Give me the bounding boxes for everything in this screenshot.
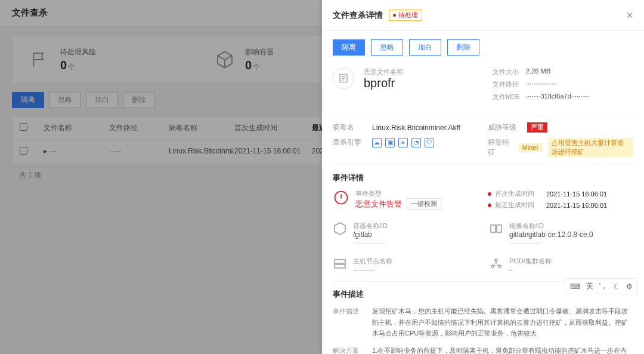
file-md5: ········318cf6a7d·········· [526,93,589,101]
detect-button[interactable]: 一键检测 [407,198,441,210]
file-size: 2.26 MB [526,67,550,76]
alert-icon [333,189,349,206]
svg-point-7 [491,265,494,267]
engine-icon: ≡ [398,138,408,147]
threat-level: 严重 [527,122,547,133]
status-badge: 待处理 [389,10,422,21]
image-icon [489,221,503,236]
ignore-button[interactable]: 忽略 [371,39,403,56]
dot-icon [488,192,491,196]
container-icon [333,221,347,236]
tag-desc: 占用受害主机大量计算资源进行挖矿 [548,138,633,157]
panel-title: 文件查杀详情 [333,10,383,21]
punct-toggle[interactable]: '， [599,281,608,291]
pod-name: - [509,266,552,274]
engine-icon: ▣ [385,138,395,147]
image-name: gitlab/gitlab-ce:12.0.8-ce.0 [509,230,593,239]
ime-toolbar[interactable]: ⌨ 英 '， ☾ ⚙ [565,278,638,294]
event-section-title: 事件详情 [333,173,633,183]
whitelist-button[interactable]: 加白 [409,39,441,56]
svg-rect-2 [491,225,496,232]
scan-engines: ☁ ▣ ≡ ◔ ⛉ [372,138,434,147]
virus-name: Linux.Risk.Bitcoinminer.Akff [372,124,460,132]
host-name: ··········· [353,266,392,274]
svg-point-8 [499,265,501,267]
file-name-label: 恶意文件名称 [364,67,483,76]
detail-panel: 文件查杀详情 待处理 × 隔离 忽略 加白 删除 恶意文件名称 bprofr 文… [322,0,644,354]
moon-icon[interactable]: ☾ [614,282,620,291]
dot-icon [488,204,491,207]
container-name: /gitlab [353,230,388,239]
pod-icon [489,257,503,271]
event-description: 发现挖矿木马，您的主机可能已经失陷。黑客通常会通过弱口令爆破、漏洞攻击等手段攻陷… [372,306,633,339]
file-icon [333,67,354,89]
delete-button[interactable]: 删除 [447,39,479,56]
tag-miner: Miner [519,143,543,152]
file-name: bprofr [364,76,483,90]
keyboard-icon[interactable]: ⌨ [570,282,580,291]
close-icon[interactable]: × [626,8,633,22]
svg-point-6 [495,259,497,261]
engine-icon: ☁ [372,138,382,147]
svg-rect-3 [497,225,501,232]
engine-icon: ◔ [411,138,421,147]
svg-rect-5 [335,264,345,268]
isolate-button[interactable]: 隔离 [333,39,365,56]
lang-toggle[interactable]: 英 [586,281,593,291]
gear-icon[interactable]: ⚙ [626,282,633,291]
solution-text: 1.在不影响业务的前提下，及时隔离主机，避免部分带有蠕虫功能的挖矿木马进一步在内… [372,345,633,354]
event-type: 恶意文件告警 [355,199,402,210]
first-time: 2021-11-15 16:06:01 [546,190,607,198]
file-path: ················· [526,80,557,89]
engine-icon: ⛉ [425,138,434,147]
last-time: 2021-11-15 16:06:01 [546,202,607,209]
svg-rect-4 [335,260,345,263]
host-icon [333,257,347,271]
